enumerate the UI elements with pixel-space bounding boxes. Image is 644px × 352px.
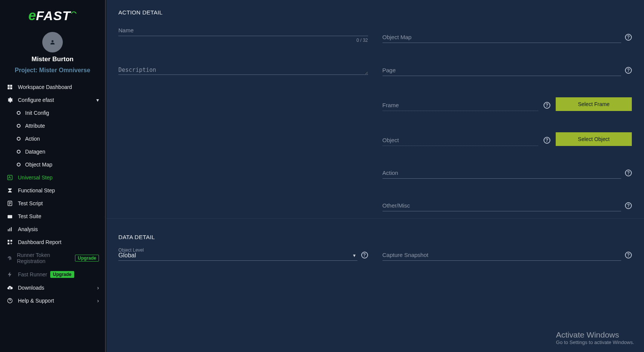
chevron-right-icon: ›: [97, 298, 99, 304]
sidebar-sub-object-map[interactable]: Object Map: [0, 158, 105, 171]
object-map-field: [383, 32, 622, 43]
dashboard-icon: [6, 84, 14, 90]
name-input[interactable]: [118, 25, 368, 36]
sidebar-item-label: Runner Token Registration: [17, 252, 72, 264]
sidebar-item-label: Downloads: [18, 285, 44, 291]
svg-rect-12: [10, 240, 12, 242]
sidebar-item-analysis[interactable]: Analysis: [0, 223, 105, 236]
bullet-icon: [17, 150, 21, 154]
help-icon[interactable]: ?: [544, 137, 550, 144]
svg-rect-10: [11, 227, 12, 231]
sidebar-sub-attribute[interactable]: Attribute: [0, 119, 105, 132]
action-input[interactable]: [383, 167, 622, 179]
select-object-button[interactable]: Select Object: [556, 132, 632, 146]
logo: e FAST: [0, 0, 105, 27]
chart-icon: [6, 226, 14, 232]
sidebar-sub-label: Object Map: [25, 162, 53, 168]
sidebar-sub-label: Attribute: [25, 123, 45, 129]
sidebar-item-label: Universal Step: [18, 174, 53, 181]
logo-accent-icon: [71, 7, 77, 19]
capture-snapshot-input[interactable]: [383, 249, 622, 261]
object-level-label: Object Level: [118, 247, 144, 253]
logo-fast: FAST: [36, 8, 71, 23]
capture-snapshot-field: [383, 249, 622, 261]
sidebar-item-test-script[interactable]: Test Script: [0, 197, 105, 210]
gear-icon: [6, 97, 14, 103]
help-icon[interactable]: ?: [625, 34, 632, 41]
sidebar-item-help[interactable]: Help & Support ›: [0, 294, 105, 307]
action-detail-title: ACTION DETAIL: [118, 9, 632, 16]
help-icon[interactable]: ?: [625, 252, 632, 258]
description-input[interactable]: [118, 64, 368, 75]
sidebar-nav: Workspace Dashboard Configure efast ▾ In…: [0, 81, 105, 348]
svg-rect-1: [8, 85, 10, 87]
svg-rect-11: [8, 240, 10, 242]
sidebar-item-configure[interactable]: Configure efast ▾: [0, 94, 105, 106]
sidebar-item-label: Analysis: [18, 226, 38, 232]
sidebar-item-runner-token[interactable]: Runner Token Registration Upgrade: [0, 249, 105, 268]
name-field: [118, 25, 368, 36]
main-panel: ACTION DETAIL 0 / 32 ?: [106, 0, 644, 352]
sidebar-item-test-suite[interactable]: Test Suite: [0, 210, 105, 223]
avatar[interactable]: [42, 32, 63, 52]
other-misc-input[interactable]: [383, 200, 622, 211]
help-icon[interactable]: ?: [544, 102, 550, 109]
report-icon: [6, 239, 14, 245]
logo-e: e: [29, 8, 36, 24]
bullet-icon: [17, 137, 21, 141]
chevron-down-icon: ▾: [96, 97, 99, 103]
sidebar-item-workspace-dashboard[interactable]: Workspace Dashboard: [0, 81, 105, 94]
sidebar-item-label: Test Suite: [18, 213, 41, 219]
sidebar-sub-action[interactable]: Action: [0, 132, 105, 145]
svg-rect-9: [10, 228, 10, 231]
select-frame-button[interactable]: Select Frame: [556, 97, 632, 111]
project-label: Project: Mister Omniverse: [0, 67, 105, 74]
sidebar-sub-label: Datagen: [25, 149, 45, 155]
sidebar-item-functional-step[interactable]: Functional Step: [0, 184, 105, 197]
sidebar-item-label: Test Script: [18, 200, 43, 206]
object-field: [383, 135, 539, 146]
help-icon[interactable]: ?: [625, 67, 632, 74]
windows-activation-watermark: Activate Windows Go to Settings to activ…: [556, 330, 634, 345]
sidebar-item-downloads[interactable]: Downloads ›: [0, 281, 105, 294]
object-level-select[interactable]: Global ▼ ?: [118, 252, 368, 261]
help-icon: [6, 298, 14, 304]
upgrade-badge[interactable]: Upgrade: [50, 271, 74, 278]
watermark-subtitle: Go to Settings to activate Windows.: [556, 339, 634, 345]
object-level-field: Object Level Global ▼ ?: [118, 252, 368, 261]
sigma-icon: [6, 187, 14, 193]
description-field: [118, 64, 368, 76]
frame-field: [383, 100, 539, 111]
help-icon[interactable]: ?: [625, 170, 632, 176]
sidebar-item-label: Help & Support: [18, 298, 54, 304]
help-icon[interactable]: ?: [361, 252, 368, 258]
sidebar-item-label: Workspace Dashboard: [18, 84, 72, 90]
object-input[interactable]: [383, 135, 539, 146]
other-misc-field: [383, 200, 622, 211]
sidebar-item-fast-runner[interactable]: Fast Runner Upgrade: [0, 268, 105, 281]
sidebar-item-universal-step[interactable]: Universal Step: [0, 171, 105, 184]
sidebar-sub-init-config[interactable]: Init Config: [0, 106, 105, 119]
upgrade-badge[interactable]: Upgrade: [75, 255, 99, 262]
sidebar-item-label: Configure efast: [18, 97, 54, 103]
svg-rect-7: [8, 215, 12, 219]
bullet-icon: [17, 163, 21, 166]
script-icon: [6, 200, 14, 206]
chevron-right-icon: ›: [97, 285, 99, 291]
sidebar-item-label: Dashboard Report: [18, 239, 61, 245]
help-icon[interactable]: ?: [625, 202, 632, 209]
frame-input[interactable]: [383, 100, 539, 111]
section-divider: [106, 218, 644, 219]
svg-rect-8: [8, 229, 9, 231]
object-map-input[interactable]: [383, 32, 622, 43]
object-level-value: Global: [118, 252, 136, 259]
sidebar-sub-datagen[interactable]: Datagen: [0, 145, 105, 158]
user-name: Mister Burton: [0, 55, 105, 63]
svg-rect-13: [8, 243, 10, 244]
sidebar-item-dashboard-report[interactable]: Dashboard Report: [0, 236, 105, 249]
watermark-title: Activate Windows: [556, 330, 634, 339]
bullet-icon: [17, 111, 21, 115]
bolt-icon: [6, 271, 14, 277]
sidebar-item-label: Functional Step: [18, 187, 55, 193]
page-input[interactable]: [383, 65, 622, 76]
